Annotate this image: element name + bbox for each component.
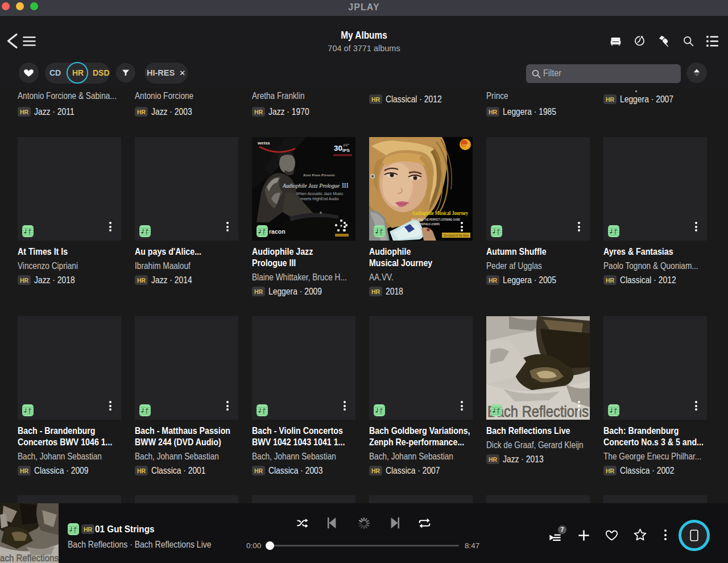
svg-text:When Acoustic Jazz Music: When Acoustic Jazz Music xyxy=(296,192,344,196)
svg-text:III: III xyxy=(342,182,349,189)
svg-text:ach Reflections: ach Reflections xyxy=(0,553,59,563)
svg-text:racon: racon xyxy=(269,228,286,235)
svg-text:IPS: IPS xyxy=(342,148,350,153)
svg-text:30: 30 xyxy=(334,144,342,152)
svg-text:Vebe: Vebe xyxy=(462,143,469,147)
svg-text:meets HighEnd Audio: meets HighEnd Audio xyxy=(300,197,338,201)
svg-text:INCLUDING THE PERFECT LISTENIN: INCLUDING THE PERFECT LISTENING GUIDE xyxy=(411,218,460,221)
svg-text:The Sound Of The Valve: The Sound Of The Valve xyxy=(444,234,469,237)
svg-text:Audiophile Jazz Prologue: Audiophile Jazz Prologue xyxy=(282,182,340,189)
svg-text:1/2″: 1/2″ xyxy=(343,143,349,147)
svg-text:FOR AUDIOPHILE LOVERS: FOR AUDIOPHILE LOVERS xyxy=(411,222,440,226)
svg-text:weiss: weiss xyxy=(257,140,270,146)
svg-text:Bach Reflections: Bach Reflections xyxy=(487,403,589,420)
svg-text:Kent Poon Presents: Kent Poon Presents xyxy=(303,173,335,177)
